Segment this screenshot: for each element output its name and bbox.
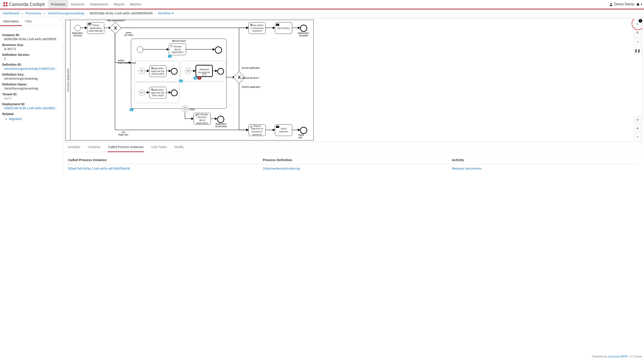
nav-deployments[interactable]: Deployments: [87, 0, 111, 9]
nav-decisions[interactable]: Decisions: [68, 0, 87, 9]
retry-button[interactable]: ↻: [634, 29, 641, 36]
timer-boundary-event[interactable]: [182, 106, 188, 112]
end-event-teamlead[interactable]: [171, 90, 178, 96]
col-activity[interactable]: Activity: [451, 157, 640, 164]
tab-information[interactable]: Information: [0, 17, 22, 26]
def-id-link[interactable]: versicherungsneuantrag:3:b9af222d-...: [4, 67, 58, 71]
nav-processes[interactable]: Processes: [48, 0, 68, 9]
def-name-value: Versicherungsneuantrag: [4, 87, 60, 90]
tab-modify[interactable]: Modify: [174, 145, 184, 152]
service-gear-icon: [250, 125, 253, 128]
add-token-button[interactable]: ＋: [634, 38, 641, 45]
svg-point-25: [171, 45, 172, 46]
task-accelerate-decision[interactable]: Accelerate decision about application: [194, 113, 211, 125]
send-envelope-icon: [276, 125, 279, 128]
path-red-label: red (high risk): [116, 131, 130, 136]
breadcrumb-definition[interactable]: Versicherungsneuantrag: [48, 11, 84, 15]
end-event-underwriter[interactable]: [171, 68, 178, 75]
end-event-accepted[interactable]: [300, 25, 307, 32]
called-activity-link[interactable]: Request documents: [452, 166, 482, 170]
tenant-id-value: null: [4, 97, 60, 100]
related-migration-link[interactable]: Migration: [9, 117, 22, 121]
envelope-icon: [187, 70, 190, 72]
task-approval-teamlead[interactable]: Application approval (by team lead): [149, 87, 166, 99]
user-task-icon: [150, 88, 154, 91]
end-event-rejected[interactable]: [300, 127, 307, 134]
app-logo[interactable]: Camunda Cockpit: [2, 2, 46, 7]
task-request-documents[interactable]: Request documents +: [196, 65, 213, 77]
task-decide-application[interactable]: Decide about application: [169, 44, 186, 55]
tab-called-process-instances[interactable]: Called Process Instances: [108, 145, 144, 152]
badge-request-inner[interactable]: 1: [193, 77, 197, 80]
badge-request-incident[interactable]: !: [197, 77, 201, 80]
badge-decide-count[interactable]: 1: [168, 55, 172, 58]
zoom-out-button[interactable]: −: [634, 133, 641, 140]
gateway-risk-label: Risk assessment?: [106, 19, 126, 22]
tab-filter[interactable]: Filter: [22, 17, 35, 26]
end-event-accelerated[interactable]: [217, 116, 224, 123]
nav-batches[interactable]: Batches: [127, 0, 144, 9]
home-icon: [636, 3, 640, 6]
top-nav: Processes Decisions Deployments Reports …: [48, 0, 144, 9]
breadcrumb-view-dropdown[interactable]: Runtime ▾: [158, 11, 174, 15]
path-decline-label: Decline application: [242, 86, 255, 88]
col-called-instance[interactable]: Called Process Instance: [67, 157, 262, 164]
app-header: Camunda Cockpit Processes Decisions Depl…: [0, 0, 644, 9]
tab-incidents[interactable]: Incidents: [88, 145, 101, 152]
instance-info: Instance ID: b836208e-9c3a-11e6-a43c-a82…: [0, 29, 63, 123]
deployment-id-link[interactable]: b9ab519b-9c39-11e6-a43c-a820663...: [4, 106, 58, 110]
breadcrumb-dashboard[interactable]: Dashboard: [3, 11, 19, 15]
send-envelope-icon: [276, 23, 279, 26]
breadcrumb-processes[interactable]: Processes: [26, 11, 41, 15]
called-instances-table: Called Process Instance Process Definiti…: [67, 157, 640, 173]
bpmn-diagram-panel[interactable]: Insurance Application Application receiv…: [64, 19, 643, 142]
tab-user-tasks[interactable]: User Tasks: [151, 145, 167, 152]
user-name: Demo Demo: [614, 2, 634, 6]
svg-point-29: [151, 88, 152, 90]
tab-variables[interactable]: Variables: [67, 145, 81, 152]
task-check-automatically[interactable]: Check application automatically: [87, 22, 104, 34]
deployment-id-label: Deployment ID:: [2, 102, 60, 106]
user-menu[interactable]: Demo Demo: [609, 2, 634, 6]
svg-point-32: [196, 114, 197, 116]
called-definition-link[interactable]: Dokumentenanforderung: [263, 166, 300, 170]
instance-id-value: b836208e-9c3a-11e6-a43c-a820663f...: [4, 37, 60, 41]
col-process-definition[interactable]: Process Definition: [262, 157, 451, 164]
task-send-policy[interactable]: Send policy: [275, 22, 292, 34]
svg-rect-19: [88, 23, 91, 24]
svg-rect-2: [3, 5, 5, 6]
diagram-toolbar: × 1 ↻ ＋ ❚❚: [634, 20, 641, 54]
svg-rect-0: [3, 2, 5, 4]
business-rule-icon: [88, 23, 91, 26]
nav-reports[interactable]: Reports: [111, 0, 127, 9]
start-event[interactable]: [74, 25, 81, 31]
suspend-button[interactable]: ❚❚: [634, 47, 641, 54]
task-send-rejection[interactable]: Send rejection: [275, 124, 292, 136]
called-instance-link[interactable]: fd3a47a9-9c3a-11e6-a43c-a820663f4e06: [68, 166, 130, 170]
msg-event-request-docs[interactable]: [185, 68, 191, 74]
end-accelerated-label: Application accelerated: [214, 123, 228, 128]
task-report-rejection[interactable]: Report rejection to insurance backend: [248, 124, 266, 136]
subproc-end-event[interactable]: [215, 47, 222, 54]
deployment-id-value: b9ab519b-9c39-11e6-a43c-a820663...: [4, 106, 60, 110]
subproc-start-event[interactable]: [137, 47, 143, 53]
home-dropdown[interactable]: ▾: [636, 3, 642, 6]
badge-subprocess[interactable]: 1: [130, 108, 134, 111]
task-issue-policy[interactable]: Issue policy in insurance backend: [248, 22, 266, 34]
reset-viewport-button[interactable]: [634, 116, 641, 123]
zoom-in-button[interactable]: +: [634, 125, 641, 132]
def-version-label: Definition Version:: [2, 53, 60, 57]
service-gear-icon: [250, 23, 253, 26]
sidebar-collapse-button[interactable]: ‹: [60, 18, 63, 22]
msg-event-teamlead[interactable]: [138, 90, 145, 96]
subprocess-marker-icon: +: [203, 73, 206, 77]
def-version-value: 3: [4, 57, 60, 61]
end-event-request-docs[interactable]: [217, 68, 224, 75]
table-row: fd3a47a9-9c3a-11e6-a43c-a820663f4e06 Dok…: [67, 164, 640, 173]
task-approval-underwriter[interactable]: Application approval (by underwriter): [149, 65, 166, 77]
msg-event-underwriter[interactable]: [138, 68, 145, 74]
app-name: Camunda Cockpit: [9, 2, 44, 7]
envelope-icon: [140, 70, 143, 72]
camunda-icon: [3, 2, 8, 7]
badge-inner-gateway[interactable]: 1: [179, 79, 183, 83]
